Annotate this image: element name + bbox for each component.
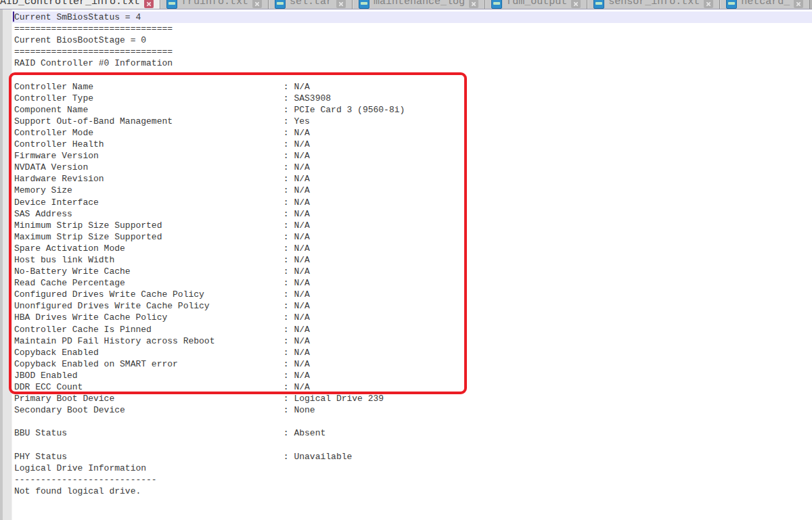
close-icon[interactable] (794, 0, 803, 8)
field-label: PHY Status (14, 451, 284, 463)
editor-line[interactable]: Controller Mode: N/A (12, 127, 812, 139)
editor-line[interactable]: JBOD Enabled: N/A (12, 370, 812, 381)
field-value: N/A (294, 359, 309, 369)
editor-line[interactable]: Secondary Boot Device: None (12, 404, 812, 416)
field-value: Yes (294, 116, 309, 126)
tab-label: AID_controller_info.txt (0, 0, 140, 9)
editor-line[interactable]: Copyback Enabled: N/A (12, 347, 812, 358)
editor-line[interactable] (12, 69, 812, 80)
close-icon[interactable] (469, 0, 478, 8)
field-separator: : (284, 174, 294, 184)
editor-line[interactable]: Configured Drives Write Cache Policy: N/… (12, 289, 812, 300)
field-label: Spare Activation Mode (14, 243, 284, 254)
editor-line[interactable]: Current BiosBootStage = 0 (12, 34, 812, 46)
line-text: ============================== (14, 47, 173, 57)
file-icon (726, 0, 737, 9)
field-label: HBA Drives Write Cache Policy (14, 312, 284, 323)
tab-fruinfo-txt[interactable]: fruinfo.txt (160, 0, 269, 9)
close-icon[interactable] (571, 0, 581, 8)
field-label: Configured Drives Write Cache Policy (14, 289, 284, 300)
editor-line[interactable]: Unonfigured Drives Write Cache Policy: N… (12, 300, 812, 312)
editor-line[interactable]: Primary Boot Device: Logical Drive 239 (12, 393, 812, 404)
field-label: Memory Size (14, 185, 284, 196)
editor-line[interactable]: Logical Drive Information (12, 463, 812, 474)
editor-line[interactable]: SAS Address: N/A (12, 208, 812, 220)
editor-line[interactable]: Minimum Strip Size Supported: N/A (12, 220, 812, 231)
field-value: PCIe Card 3 (9560-8i) (294, 105, 405, 115)
field-separator: : (284, 289, 294, 300)
field-label: Hardware Revision (14, 173, 284, 185)
field-label: Controller Mode (14, 127, 284, 139)
editor-line[interactable] (12, 416, 812, 427)
file-icon (593, 0, 604, 9)
field-value: N/A (294, 185, 309, 195)
field-separator: : (284, 139, 294, 149)
close-icon[interactable] (252, 0, 262, 8)
field-separator: : (284, 348, 294, 358)
field-value: N/A (294, 301, 309, 311)
editor-line[interactable]: Device Interface: N/A (12, 197, 812, 208)
editor-line[interactable]: HBA Drives Write Cache Policy: N/A (12, 312, 812, 323)
editor-text-area[interactable]: Current SmBiosStatus = 4================… (12, 9, 812, 520)
field-separator: : (284, 197, 294, 208)
editor-line[interactable] (12, 439, 812, 450)
close-icon[interactable] (336, 0, 346, 8)
editor-line[interactable]: RAID Controller #0 Information (12, 57, 812, 69)
field-value: N/A (294, 382, 309, 392)
editor-line[interactable]: Controller Name: N/A (12, 81, 812, 93)
close-icon[interactable] (704, 0, 713, 8)
field-separator: : (284, 336, 294, 346)
editor-line[interactable]: Controller Type: SAS3908 (12, 93, 812, 104)
field-separator: : (284, 301, 294, 311)
field-value: Logical Drive 239 (294, 394, 384, 404)
editor-line[interactable]: Copyback Enabled on SMART error: N/A (12, 358, 812, 370)
tab-sel-tar[interactable]: sel.tar (269, 0, 353, 9)
tab-maintenance-log[interactable]: maintenance_log (353, 0, 485, 9)
editor-line[interactable]: No-Battery Write Cache: N/A (12, 266, 812, 277)
field-separator: : (284, 325, 294, 335)
field-separator: : (284, 405, 294, 415)
editor-line[interactable]: Maximum Strip Size Supported: N/A (12, 231, 812, 243)
field-label: No-Battery Write Cache (14, 266, 284, 277)
editor-line[interactable]: ============================== (12, 23, 812, 34)
editor-line[interactable]: Maintain PD Fail History across Reboot: … (12, 335, 812, 347)
tab-fdm-output[interactable]: fdm_output (485, 0, 587, 9)
field-label: Controller Type (14, 93, 284, 104)
field-value: N/A (294, 209, 309, 219)
editor-line[interactable]: Controller Health: N/A (12, 139, 812, 150)
editor-line[interactable]: DDR ECC Count: N/A (12, 381, 812, 393)
field-separator: : (284, 312, 294, 323)
tab-aid-controller-info-txt[interactable]: AID_controller_info.txt (0, 0, 160, 9)
editor-line[interactable]: Firmware Version: N/A (12, 150, 812, 162)
editor-line[interactable]: Spare Activation Mode: N/A (12, 243, 812, 254)
line-text: Not found logical drive. (14, 486, 141, 496)
field-separator: : (284, 151, 294, 161)
editor-line[interactable]: PHY Status: Unavailable (12, 451, 812, 463)
field-value: N/A (294, 255, 309, 265)
field-label: Support Out-of-Band Management (14, 116, 284, 127)
field-separator: : (284, 452, 294, 462)
tab-netcard[interactable]: netcard_ (720, 0, 810, 9)
editor-line[interactable]: ============================== (12, 46, 812, 57)
field-separator: : (284, 266, 294, 277)
editor-line[interactable]: --------------------------- (12, 474, 812, 486)
editor-line[interactable]: Host bus link Width: N/A (12, 254, 812, 266)
editor-line[interactable]: Read Cache Percentage: N/A (12, 277, 812, 289)
editor-line[interactable]: NVDATA Version: N/A (12, 162, 812, 173)
editor-line[interactable]: Component Name: PCIe Card 3 (9560-8i) (12, 104, 812, 116)
tab-label: fruinfo.txt (181, 0, 248, 9)
editor-line[interactable]: Controller Cache Is Pinned: N/A (12, 324, 812, 335)
editor-line[interactable]: Hardware Revision: N/A (12, 173, 812, 185)
editor-line[interactable]: Current SmBiosStatus = 4 (12, 11, 812, 23)
close-icon[interactable] (144, 0, 154, 8)
field-value: N/A (294, 197, 309, 208)
field-separator: : (284, 162, 294, 172)
editor-line[interactable]: Not found logical drive. (12, 486, 812, 497)
editor-line[interactable]: BBU Status: Absent (12, 427, 812, 439)
field-label: Unonfigured Drives Write Cache Policy (14, 300, 284, 312)
editor-line[interactable]: Support Out-of-Band Management: Yes (12, 116, 812, 127)
field-separator: : (284, 105, 294, 115)
text-editor-window: AID_controller_info.txtfruinfo.txtsel.ta… (0, 0, 812, 520)
tab-sensor-info-txt[interactable]: sensor_info.txt (587, 0, 720, 9)
editor-line[interactable]: Memory Size: N/A (12, 185, 812, 196)
